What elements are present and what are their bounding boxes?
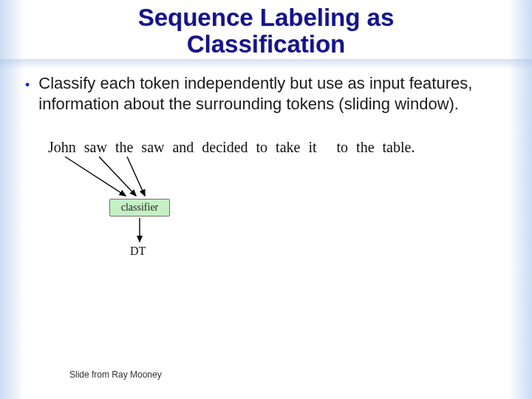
token: table. xyxy=(383,139,415,156)
token: saw xyxy=(141,139,164,156)
token: saw xyxy=(84,139,107,156)
slide-credit: Slide from Ray Mooney xyxy=(69,369,162,380)
bullet-list: • Classify each token independently but … xyxy=(0,57,532,114)
slide-title: Sequence Labeling as Classification xyxy=(0,0,532,57)
arrow-in-mid xyxy=(99,157,136,196)
token: it xyxy=(308,139,316,156)
sliding-window-diagram: John saw the saw and decided to take it … xyxy=(0,139,532,309)
token-row: John saw the saw and decided to take it … xyxy=(48,139,415,156)
token: to xyxy=(337,139,349,156)
token: and xyxy=(172,139,194,156)
token: take xyxy=(276,139,300,156)
title-line-1: Sequence Labeling as xyxy=(138,4,395,31)
title-line-2: Classification xyxy=(187,30,346,58)
output-tag: DT xyxy=(130,245,146,258)
bullet-dot-icon: • xyxy=(25,73,30,95)
arrow-in-right xyxy=(127,157,145,196)
token: John xyxy=(48,139,76,156)
bullet-item: • Classify each token independently but … xyxy=(25,73,507,114)
token: decided xyxy=(202,139,248,156)
bullet-text: Classify each token independently but us… xyxy=(38,73,507,114)
token: to xyxy=(256,139,268,156)
token: the xyxy=(115,139,133,156)
classifier-box: classifier xyxy=(109,199,170,216)
classifier-label: classifier xyxy=(121,202,159,214)
arrows-svg xyxy=(0,139,532,309)
arrow-in-left xyxy=(65,157,126,196)
token: the xyxy=(356,139,374,156)
